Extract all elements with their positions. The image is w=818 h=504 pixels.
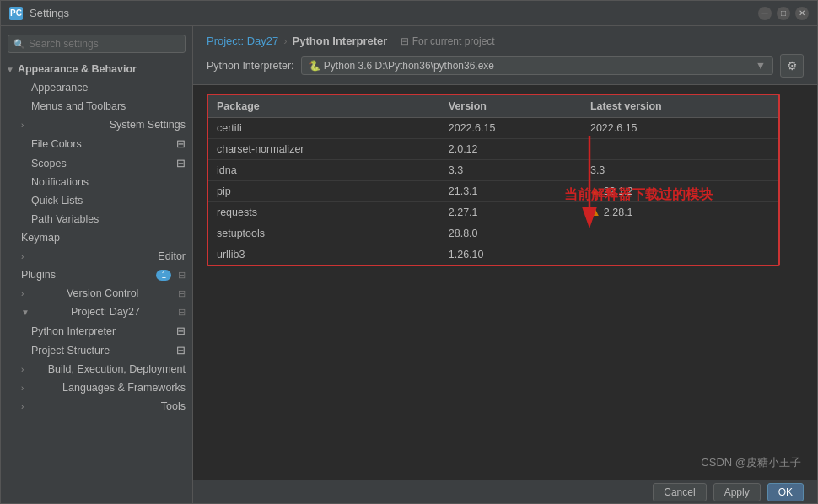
package-version: 1.26.10: [440, 244, 582, 265]
ok-button[interactable]: OK: [767, 483, 804, 501]
titlebar: PC Settings ─ □ ✕: [1, 1, 817, 26]
app-icon: PC: [9, 7, 23, 20]
chevron-right-icon: ›: [21, 252, 24, 261]
close-button[interactable]: ✕: [795, 7, 809, 20]
table-row: idna3.33.3: [208, 160, 778, 181]
sidebar-item-keymap[interactable]: Keymap: [1, 228, 192, 247]
window-title: Settings: [30, 7, 69, 19]
sidebar-item-notifications[interactable]: Notifications: [1, 173, 192, 191]
breadcrumb-extra: ⊟ For current project: [401, 35, 494, 47]
chevron-right-icon: ›: [21, 121, 24, 130]
package-version: 2.27.1: [440, 202, 582, 223]
search-box[interactable]: 🔍: [8, 35, 186, 53]
package-name: idna: [208, 160, 440, 181]
sidebar-item-label: Project: Day27: [71, 306, 140, 318]
breadcrumb-project[interactable]: Project: Day27: [207, 35, 278, 47]
sidebar-item-tools[interactable]: › Tools: [1, 397, 192, 416]
sidebar-item-scopes[interactable]: Scopes ⊟: [1, 153, 192, 173]
package-version: 2022.6.15: [440, 118, 582, 139]
package-name: urllib3: [208, 244, 440, 265]
sidebar-group-label: Appearance & Behavior: [18, 63, 137, 75]
breadcrumb-current: Python Interpreter: [293, 35, 388, 47]
gear-icon: ⚙: [787, 59, 798, 72]
file-colors-icon: ⊟: [176, 137, 186, 150]
chevron-down-icon: ▼: [6, 65, 14, 74]
sidebar-item-file-colors[interactable]: File Colors ⊟: [1, 134, 192, 153]
chevron-down-icon: ▼: [756, 60, 766, 72]
breadcrumb-separator: ›: [283, 35, 287, 47]
scopes-icon: ⊟: [176, 157, 186, 169]
bottom-bar: Cancel Apply OK: [193, 480, 817, 503]
sidebar-item-project-structure[interactable]: Project Structure ⊟: [1, 340, 192, 360]
maximize-button[interactable]: □: [777, 7, 790, 20]
package-name: pip: [208, 181, 440, 202]
minimize-button[interactable]: ─: [758, 7, 772, 20]
chevron-right-icon: ›: [21, 289, 24, 298]
python-interpreter-icon: ⊟: [176, 324, 186, 337]
package-version: 2.0.12: [440, 139, 582, 160]
plugins-badge: 1: [156, 270, 171, 281]
sidebar-item-label: File Colors: [31, 138, 82, 150]
package-version: 28.8.0: [440, 223, 582, 244]
sidebar-item-quick-lists[interactable]: Quick Lists: [1, 191, 192, 210]
sidebar-item-label: Keymap: [21, 232, 60, 244]
chevron-right-icon: ›: [21, 383, 24, 393]
sidebar-item-label: Path Variables: [31, 213, 99, 225]
sidebar-section-project: ▼ Project: Day27 ⊟ Python Interpreter ⊟ …: [1, 303, 192, 360]
package-name: certifi: [208, 118, 440, 139]
upgrade-icon: ▲: [590, 206, 604, 218]
sidebar-item-path-variables[interactable]: Path Variables: [1, 210, 192, 228]
sidebar-item-editor[interactable]: › Editor: [1, 247, 192, 265]
sidebar-item-label: Appearance: [31, 82, 88, 94]
gear-button[interactable]: ⚙: [780, 54, 804, 78]
sidebar-item-menus-toolbars[interactable]: Menus and Toolbars: [1, 97, 192, 115]
window-controls: ─ □ ✕: [758, 7, 809, 20]
package-latest-version: 3.3: [582, 160, 778, 181]
interpreter-select[interactable]: 🐍 Python 3.6 D:\Python36\python36.exe ▼: [301, 56, 773, 75]
interpreter-value: 🐍 Python 3.6 D:\Python36\python36.exe: [309, 60, 494, 72]
package-version: 21.3.1: [440, 181, 582, 202]
package-name: requests: [208, 202, 440, 223]
sidebar: 🔍 ▼ Appearance & Behavior Appearance Men…: [1, 26, 193, 503]
package-latest-version: [582, 244, 778, 265]
chevron-right-icon: ›: [21, 365, 24, 374]
sidebar-item-version-control[interactable]: › Version Control ⊟: [1, 284, 192, 303]
table-row: certifi2022.6.152022.6.15: [208, 118, 778, 139]
package-name: charset-normalizer: [208, 139, 440, 160]
col-header-version: Version: [440, 95, 582, 118]
interpreter-label: Python Interpreter:: [207, 60, 294, 72]
annotation-text: 当前解释器下载过的模块: [564, 186, 713, 204]
sidebar-item-label: System Settings: [110, 119, 186, 131]
chevron-down-icon: ▼: [21, 308, 30, 317]
plugins-icon: ⊟: [178, 270, 186, 281]
sidebar-item-label: Tools: [161, 400, 186, 412]
version-control-icon: ⊟: [178, 288, 186, 299]
project-structure-icon: ⊟: [176, 344, 186, 357]
project-icon: ⊟: [178, 307, 186, 318]
table-row: requests2.27.1▲ 2.28.1: [208, 202, 778, 223]
col-header-package: Package: [208, 95, 440, 118]
breadcrumb: Project: Day27 › Python Interpreter ⊟ Fo…: [207, 35, 804, 47]
sidebar-item-appearance[interactable]: Appearance: [1, 78, 192, 97]
sidebar-item-label: Languages & Frameworks: [62, 382, 186, 394]
sidebar-item-label: Project Structure: [31, 345, 110, 357]
package-latest-version: 2022.6.15: [582, 118, 778, 139]
sidebar-item-python-interpreter[interactable]: Python Interpreter ⊟: [1, 321, 192, 340]
sidebar-item-system-settings[interactable]: › System Settings: [1, 115, 192, 134]
sidebar-group-project[interactable]: ▼ Project: Day27 ⊟: [1, 303, 192, 321]
sidebar-item-languages[interactable]: › Languages & Frameworks: [1, 378, 192, 397]
cancel-button[interactable]: Cancel: [653, 483, 706, 501]
sidebar-item-build[interactable]: › Build, Execution, Deployment: [1, 360, 192, 378]
table-row: setuptools28.8.0: [208, 223, 778, 244]
search-input[interactable]: [29, 38, 180, 50]
package-name: setuptools: [208, 223, 440, 244]
sidebar-group-appearance-behavior[interactable]: ▼ Appearance & Behavior: [1, 60, 192, 78]
apply-button[interactable]: Apply: [713, 483, 761, 501]
package-table: Package Version Latest version certifi20…: [208, 95, 778, 265]
settings-window: PC Settings ─ □ ✕ 🔍 ▼ Appearance & Behav…: [0, 0, 818, 504]
package-version: 3.3: [440, 160, 582, 181]
sidebar-item-label: Editor: [158, 250, 186, 262]
sidebar-item-plugins[interactable]: Plugins 1 ⊟: [1, 265, 192, 284]
sidebar-item-label: Version Control: [67, 287, 138, 299]
package-latest-version: [582, 139, 778, 160]
